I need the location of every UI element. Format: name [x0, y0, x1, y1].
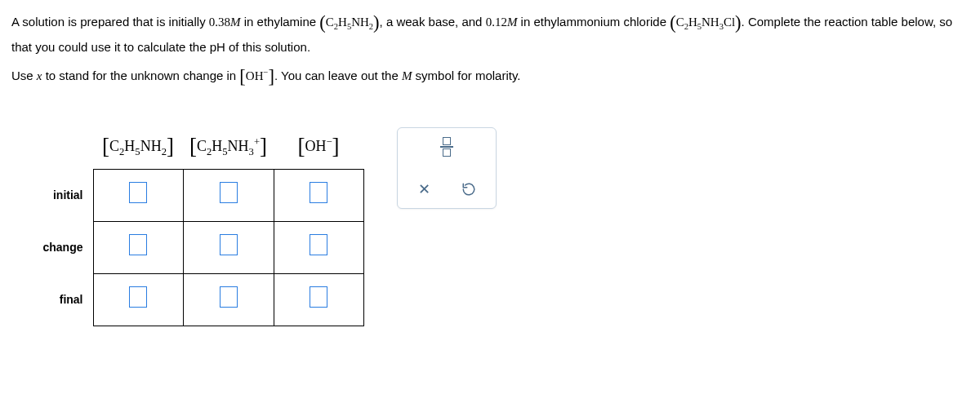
- line2-x: x: [37, 69, 42, 82]
- input-initial-col3[interactable]: [310, 182, 327, 203]
- input-change-col2[interactable]: [220, 234, 238, 255]
- table-row-initial: initial: [28, 170, 363, 222]
- row-label-final: final: [28, 274, 93, 326]
- unit1: M: [230, 16, 241, 29]
- input-initial-col2[interactable]: [220, 182, 238, 203]
- table-row-final: final: [28, 274, 363, 326]
- input-final-col2[interactable]: [220, 286, 238, 308]
- reset-button[interactable]: [458, 179, 479, 200]
- col-header-ethylamine: [C2H5NH2]: [93, 124, 183, 170]
- formula1: (C2H5NH2): [319, 16, 379, 29]
- line2-a: Use: [11, 69, 37, 82]
- reset-icon: [461, 182, 476, 197]
- line2-M: M: [402, 69, 412, 82]
- unit2: M: [507, 16, 518, 29]
- toolbar: ✕: [397, 127, 497, 209]
- row-label-change: change: [28, 222, 93, 274]
- line2-c: . You can leave out the: [274, 69, 402, 82]
- conc1: 0.38: [209, 16, 230, 29]
- close-icon: ✕: [418, 178, 430, 202]
- input-change-col1[interactable]: [129, 234, 147, 255]
- problem-paragraph-1: A solution is prepared that is initially…: [11, 8, 969, 57]
- fraction-icon: [440, 137, 453, 157]
- fraction-tool-button[interactable]: [436, 136, 457, 157]
- text-d: in ethylammonium chloride: [517, 15, 670, 29]
- input-final-col1[interactable]: [129, 286, 147, 308]
- line2-oh: [OH−]: [239, 69, 274, 82]
- text-a: A solution is prepared that is initially: [11, 15, 209, 29]
- problem-paragraph-2: Use x to stand for the unknown change in…: [11, 62, 969, 91]
- text-c: , a weak base, and: [380, 15, 486, 29]
- input-final-col3[interactable]: [310, 286, 327, 308]
- col-header-ethylammonium: [C2H5NH3+]: [183, 124, 274, 170]
- input-change-col3[interactable]: [310, 234, 327, 255]
- row-label-initial: initial: [28, 170, 93, 222]
- col-header-hydroxide: [OH−]: [274, 124, 363, 170]
- formula2: (C2H5NH3Cl): [670, 16, 741, 29]
- line2-d: symbol for molarity.: [412, 69, 520, 82]
- conc2: 0.12: [486, 16, 507, 29]
- text-b: in ethylamine: [241, 15, 320, 29]
- clear-button[interactable]: ✕: [414, 179, 435, 200]
- table-row-change: change: [28, 222, 363, 274]
- line2-b: to stand for the unknown change in: [42, 69, 240, 82]
- input-initial-col1[interactable]: [129, 182, 147, 203]
- reaction-table: [C2H5NH2] [C2H5NH3+] [OH−] initial chang…: [28, 124, 364, 326]
